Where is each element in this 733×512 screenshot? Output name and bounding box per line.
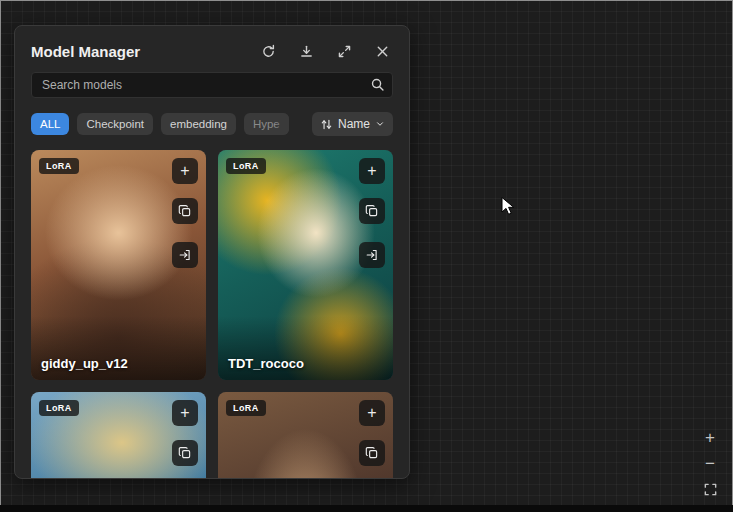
zoom-out-button[interactable]: − xyxy=(699,452,721,474)
model-card[interactable]: LoRA + xyxy=(31,392,206,479)
model-name: giddy_up_v12 xyxy=(41,356,128,371)
model-type-badge: LoRA xyxy=(39,158,79,174)
model-card-grid: LoRA + giddy_up_v12 LoRA xyxy=(31,150,393,479)
copy-icon[interactable] xyxy=(359,440,385,466)
refresh-icon[interactable] xyxy=(259,42,277,60)
close-icon[interactable] xyxy=(373,42,391,60)
add-model-button[interactable]: + xyxy=(359,158,385,184)
add-model-button[interactable]: + xyxy=(172,400,198,426)
mouse-cursor xyxy=(500,196,515,221)
model-card[interactable]: LoRA + xyxy=(218,392,393,479)
model-type-badge: LoRA xyxy=(226,158,266,174)
fit-view-icon[interactable] xyxy=(699,478,721,500)
canvas-controls: + − xyxy=(699,426,721,500)
canvas-viewport: Model Manager xyxy=(0,0,733,512)
model-card-giddy-up-v12[interactable]: LoRA + giddy_up_v12 xyxy=(31,150,206,380)
sort-icon xyxy=(320,118,333,131)
model-manager-panel: Model Manager xyxy=(14,25,410,479)
search-input[interactable] xyxy=(31,72,393,98)
filter-chips-row: ALL Checkpoint embedding Hype Name xyxy=(31,112,393,136)
copy-icon[interactable] xyxy=(359,198,385,224)
load-into-workflow-icon[interactable] xyxy=(172,242,198,268)
filter-chip-checkpoint[interactable]: Checkpoint xyxy=(77,113,153,135)
filter-chip-all[interactable]: ALL xyxy=(31,113,69,135)
panel-header: Model Manager xyxy=(15,26,409,72)
panel-header-icons xyxy=(259,42,391,60)
load-into-workflow-icon[interactable] xyxy=(359,242,385,268)
add-model-button[interactable]: + xyxy=(359,400,385,426)
zoom-in-button[interactable]: + xyxy=(699,426,721,448)
model-name: TDT_rococo xyxy=(228,356,304,371)
download-icon[interactable] xyxy=(297,42,315,60)
add-model-button[interactable]: + xyxy=(172,158,198,184)
window-bottom-edge xyxy=(0,505,733,512)
copy-icon[interactable] xyxy=(172,198,198,224)
model-type-badge: LoRA xyxy=(226,400,266,416)
expand-icon[interactable] xyxy=(335,42,353,60)
chevron-down-icon xyxy=(375,119,385,129)
sort-label: Name xyxy=(338,117,370,131)
copy-icon[interactable] xyxy=(172,440,198,466)
model-type-badge: LoRA xyxy=(39,400,79,416)
filter-chip-embedding[interactable]: embedding xyxy=(161,113,236,135)
sort-dropdown[interactable]: Name xyxy=(312,112,393,136)
search-icon xyxy=(370,77,385,96)
model-card-tdt-rococo[interactable]: LoRA + TDT_rococo xyxy=(218,150,393,380)
filter-chip-hypernetwork[interactable]: Hype xyxy=(244,113,289,135)
search-bar xyxy=(31,72,393,98)
panel-title: Model Manager xyxy=(31,43,259,60)
